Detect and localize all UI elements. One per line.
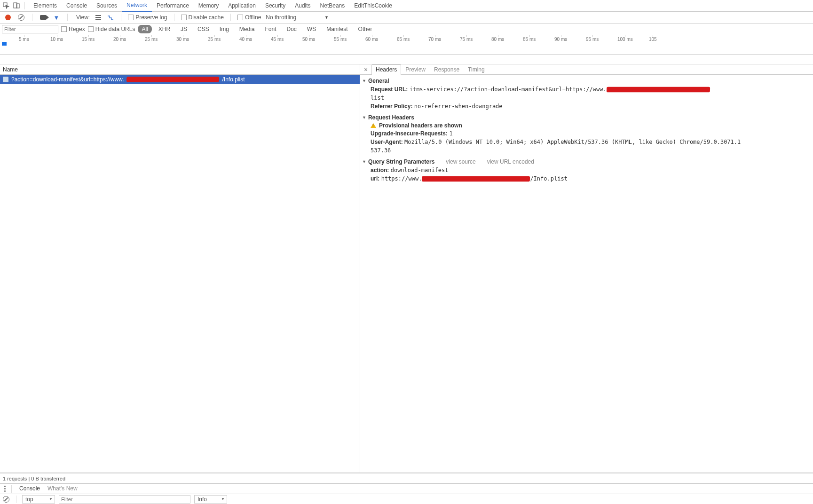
console-filter-input[interactable]	[59, 495, 190, 504]
filter-input[interactable]	[2, 25, 58, 33]
separator	[16, 496, 16, 503]
large-rows-icon[interactable]	[95, 14, 102, 21]
regex-checkbox[interactable]: Regex	[61, 26, 85, 32]
timeline-tick: 10 ms	[50, 37, 63, 42]
timeline-tick: 80 ms	[491, 37, 504, 42]
tab-security[interactable]: Security	[260, 0, 290, 12]
clear-console-button[interactable]	[2, 495, 10, 504]
timeline-tick: 105	[649, 37, 657, 42]
throttling-select[interactable]: No throttling	[266, 14, 296, 21]
detail-tab-headers[interactable]: Headers	[371, 64, 401, 75]
tab-elements[interactable]: Elements	[29, 0, 62, 12]
detail-tab-response[interactable]: Response	[430, 64, 464, 75]
screenshot-button[interactable]	[39, 13, 47, 22]
network-toolbar: ▼ View: Preserve log Disable cache Offli…	[0, 12, 813, 24]
status-bar: 1 requests | 0 B transferred	[0, 473, 813, 483]
device-toolbar-icon[interactable]	[12, 1, 21, 10]
throttling-dropdown-icon[interactable]: ▼	[324, 15, 329, 20]
timeline-request-marker	[2, 42, 7, 46]
separator	[174, 14, 174, 21]
request-name-prefix: ?action=download-manifest&url=https://ww…	[11, 76, 124, 83]
separator	[121, 14, 121, 21]
separator	[67, 14, 68, 21]
drawer-tab-console[interactable]: Console	[16, 483, 44, 495]
timeline-tick: 75 ms	[460, 37, 473, 42]
preserve-log-checkbox[interactable]: Preserve log	[128, 14, 167, 21]
detail-tab-timing[interactable]: Timing	[464, 64, 489, 75]
section-request-headers[interactable]: ▼Request Headers	[360, 113, 813, 122]
record-button[interactable]	[4, 13, 12, 22]
timeline-tick: 20 ms	[113, 37, 126, 42]
tab-performance[interactable]: Performance	[152, 0, 194, 12]
request-row[interactable]: ?action=download-manifest&url=https://ww…	[0, 75, 360, 84]
timeline-tick: 15 ms	[82, 37, 95, 42]
context-selector[interactable]: top	[22, 495, 55, 504]
tab-sources[interactable]: Sources	[92, 0, 122, 12]
view-url-encoded-link[interactable]: view URL encoded	[487, 158, 534, 165]
network-filter-bar: Regex Hide data URLs AllXHRJSCSSImgMedia…	[0, 24, 813, 35]
disable-cache-checkbox[interactable]: Disable cache	[181, 14, 224, 21]
log-level-selector[interactable]: Info	[194, 495, 227, 504]
type-filter-xhr[interactable]: XHR	[155, 25, 174, 33]
timeline-tick: 95 ms	[586, 37, 599, 42]
separator	[32, 14, 32, 21]
tab-editthiscookie[interactable]: EditThisCookie	[349, 0, 397, 12]
type-filter-font[interactable]: Font	[261, 25, 280, 33]
waterfall-icon[interactable]	[107, 14, 114, 21]
inspect-icon[interactable]	[2, 1, 10, 10]
svg-rect-4	[95, 17, 101, 18]
type-filter-media[interactable]: Media	[236, 25, 259, 33]
drawer-tab-what-s-new[interactable]: What's New	[44, 483, 81, 495]
type-filter-img[interactable]: Img	[216, 25, 233, 33]
redacted-content	[422, 176, 530, 182]
request-list-header[interactable]: Name	[0, 64, 360, 75]
tab-memory[interactable]: Memory	[194, 0, 223, 12]
timeline-tick: 65 ms	[397, 37, 410, 42]
redacted-content	[126, 77, 220, 82]
filter-toggle-button[interactable]: ▼	[52, 13, 61, 22]
drawer-menu-button[interactable]	[2, 486, 8, 492]
user-agent-row: User-Agent: Mozilla/5.0 (Windows NT 10.0…	[360, 138, 813, 146]
status-text: 1 requests | 0 B transferred	[3, 476, 65, 481]
separator	[24, 2, 25, 9]
tab-audits[interactable]: Audits	[290, 0, 315, 12]
timeline-tick: 100 ms	[617, 37, 633, 42]
type-filter-ws[interactable]: WS	[303, 25, 320, 33]
type-filter-doc[interactable]: Doc	[283, 25, 300, 33]
timeline-tick: 90 ms	[554, 37, 567, 42]
devtools-tab-bar: ElementsConsoleSourcesNetworkPerformance…	[0, 0, 813, 12]
type-filter-other[interactable]: Other	[355, 25, 376, 33]
redacted-content	[607, 87, 710, 93]
svg-rect-3	[95, 15, 101, 16]
timeline-tick: 30 ms	[176, 37, 189, 42]
type-filter-css[interactable]: CSS	[194, 25, 213, 33]
type-filter-js[interactable]: JS	[177, 25, 191, 33]
hide-data-urls-checkbox[interactable]: Hide data URLs	[88, 26, 135, 32]
type-filter-all[interactable]: All	[138, 25, 151, 33]
section-query-string[interactable]: ▼Query String Parametersview sourceview …	[360, 158, 813, 166]
drawer-tab-bar: ConsoleWhat's New	[0, 483, 813, 494]
timeline-tick: 50 ms	[302, 37, 315, 42]
qs-url-row: url: https://www./Info.plist	[360, 174, 813, 183]
tab-console[interactable]: Console	[62, 0, 92, 12]
offline-checkbox[interactable]: Offline	[237, 14, 261, 21]
timeline-tick: 70 ms	[428, 37, 441, 42]
view-source-link[interactable]: view source	[446, 158, 475, 165]
detail-tab-bar: × HeadersPreviewResponseTiming	[360, 64, 813, 75]
type-filter-manifest[interactable]: Manifest	[323, 25, 351, 33]
tab-application[interactable]: Application	[223, 0, 260, 12]
close-detail-button[interactable]: ×	[362, 66, 370, 73]
timeline-tick: 55 ms	[334, 37, 347, 42]
caret-down-icon: ▼	[362, 115, 366, 120]
network-timeline[interactable]: 5 ms10 ms15 ms20 ms25 ms30 ms35 ms40 ms4…	[0, 35, 813, 64]
section-general[interactable]: ▼General	[360, 77, 813, 85]
timeline-tick: 5 ms	[19, 37, 29, 42]
timeline-tick: 45 ms	[271, 37, 284, 42]
timeline-tick: 25 ms	[145, 37, 158, 42]
referrer-policy-row: Referrer Policy: no-referrer-when-downgr…	[360, 102, 813, 110]
tab-network[interactable]: Network	[122, 0, 152, 12]
tab-netbeans[interactable]: NetBeans	[316, 0, 350, 12]
clear-button[interactable]	[17, 13, 25, 22]
request-name-suffix: /Info.plist	[222, 76, 245, 83]
detail-tab-preview[interactable]: Preview	[401, 64, 430, 75]
